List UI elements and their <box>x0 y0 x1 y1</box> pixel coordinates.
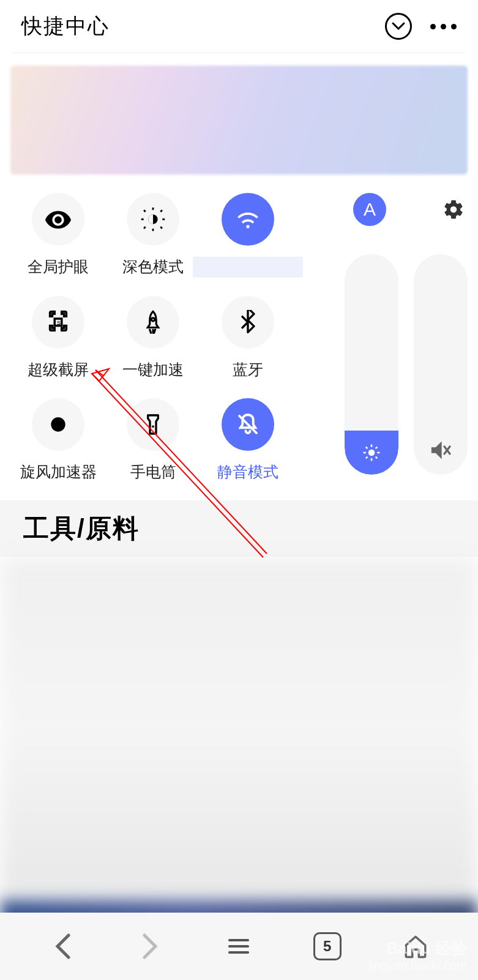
chevron-right-icon <box>142 933 159 960</box>
volume-slider[interactable] <box>414 254 468 475</box>
toggle-wifi <box>202 193 294 277</box>
svg-line-8 <box>144 227 146 228</box>
toggle-one-click-boost: 一键加速 <box>107 296 199 380</box>
toggle-label: 手电筒 <box>130 462 176 482</box>
svg-line-5 <box>144 210 146 212</box>
dark-mode-icon <box>139 205 167 233</box>
toggle-label: 一键加速 <box>122 360 184 380</box>
flashlight-icon <box>141 412 165 437</box>
svg-line-6 <box>160 227 162 228</box>
svg-point-11 <box>368 450 375 456</box>
toggle-tornado-accelerator: 旋风加速器 <box>12 398 104 482</box>
toggle-button[interactable] <box>32 193 84 246</box>
bluetooth-icon <box>236 310 260 334</box>
home-button[interactable] <box>400 931 431 962</box>
toggle-label: 深色模式 <box>122 257 184 277</box>
toggle-dark-mode: 深色模式 <box>107 193 199 277</box>
toggle-label-hidden <box>193 257 303 277</box>
chevron-left-icon <box>54 933 71 960</box>
toggle-button[interactable] <box>127 296 179 349</box>
section-title: 工具/原料 <box>0 500 478 557</box>
tabs-button[interactable]: 5 <box>312 931 343 962</box>
toggle-silent-mode: 静音模式 <box>202 398 294 482</box>
menu-button[interactable] <box>223 931 254 962</box>
bottom-nav: 5 <box>0 913 478 980</box>
toggle-button[interactable] <box>222 398 274 451</box>
toggle-label: 全局护眼 <box>28 257 89 277</box>
toggle-button[interactable] <box>127 398 179 451</box>
gear-icon <box>443 198 465 221</box>
header-title: 快捷中心 <box>21 12 110 40</box>
back-button[interactable] <box>47 931 78 962</box>
quick-toggles: A 全局护眼 深色模式 <box>0 187 478 500</box>
header-actions <box>385 13 457 40</box>
tab-count: 5 <box>313 932 342 960</box>
toggle-label: 超级截屏 <box>28 360 89 380</box>
svg-line-18 <box>376 447 378 449</box>
svg-line-17 <box>376 457 378 459</box>
toggle-button[interactable] <box>222 296 274 349</box>
toggle-bluetooth: 蓝牙 <box>202 296 294 380</box>
eye-icon <box>44 205 72 233</box>
forward-button[interactable] <box>135 931 166 962</box>
chevron-down-icon <box>392 22 405 31</box>
divider <box>12 53 466 53</box>
brightness-icon <box>362 443 381 462</box>
toggle-label: 静音模式 <box>217 462 278 482</box>
toggle-button[interactable]: s <box>32 296 84 349</box>
mute-bell-icon <box>235 412 261 437</box>
brightness-slider[interactable] <box>345 254 398 475</box>
toggle-super-screenshot: s 超级截屏 <box>12 296 104 380</box>
wifi-icon <box>234 206 261 233</box>
rocket-icon <box>140 309 166 335</box>
svg-line-16 <box>366 447 368 449</box>
dot-icon <box>46 412 70 437</box>
svg-text:s: s <box>57 318 61 326</box>
blurred-content <box>0 557 478 900</box>
notification-banner[interactable] <box>10 66 468 175</box>
toggle-button[interactable] <box>222 193 274 246</box>
top-controls: A <box>353 193 467 226</box>
menu-icon <box>226 934 251 959</box>
volume-mute-icon <box>430 439 452 464</box>
collapse-button[interactable] <box>385 13 412 40</box>
sliders <box>345 254 478 475</box>
more-button[interactable] <box>430 24 457 29</box>
settings-button[interactable] <box>440 196 467 223</box>
home-icon <box>403 933 428 959</box>
svg-line-19 <box>366 457 368 459</box>
screenshot-icon: s <box>44 308 72 336</box>
svg-point-10 <box>51 417 65 431</box>
toggle-eye-protection: 全局护眼 <box>12 193 104 277</box>
svg-line-7 <box>160 210 162 212</box>
toggle-button[interactable] <box>32 398 84 451</box>
toggle-label: 旋风加速器 <box>20 462 97 482</box>
toggle-label: 蓝牙 <box>233 360 263 380</box>
toggle-button[interactable] <box>127 193 179 246</box>
header: 快捷中心 <box>0 0 478 53</box>
toggle-flashlight: 手电筒 <box>107 398 199 482</box>
auto-brightness-button[interactable]: A <box>353 193 386 226</box>
